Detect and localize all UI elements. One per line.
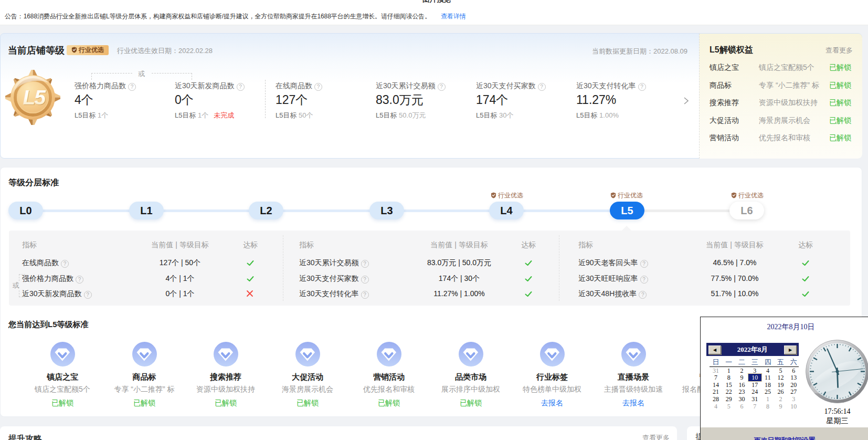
svg-text:L5: L5 bbox=[23, 86, 47, 109]
